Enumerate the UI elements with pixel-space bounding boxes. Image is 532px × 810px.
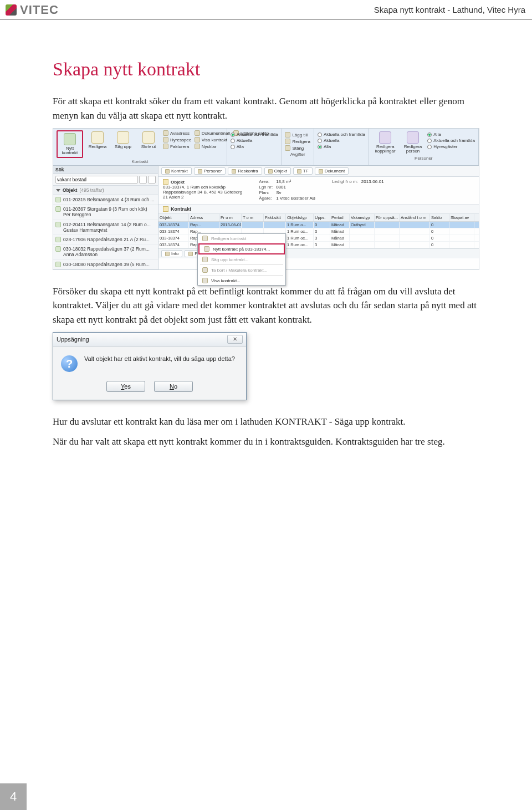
sidebar-objekt-group[interactable]: Objekt (495 träffar) xyxy=(53,185,158,195)
document-title: Skapa nytt kontrakt - Lathund, Vitec Hyr… xyxy=(374,5,525,14)
logo-icon xyxy=(6,4,17,16)
redigera-person-button[interactable]: Redigera person xyxy=(402,130,424,155)
laggtill-button[interactable]: Lägg till xyxy=(285,132,310,137)
logo: VITEC xyxy=(6,3,59,17)
person-icon xyxy=(407,131,419,144)
tab-objekt[interactable]: Objekt xyxy=(264,167,291,175)
plus-icon xyxy=(204,246,209,252)
paragraph-3: Hur du avslutar ett kontrakt kan du läsa… xyxy=(53,415,479,429)
radio-icon xyxy=(318,139,322,143)
context-sagupp[interactable]: Säg upp kontrakt... xyxy=(198,255,285,264)
page-header: VITEC Skapa nytt kontrakt - Lathund, Vit… xyxy=(0,0,532,20)
footer-tab-info[interactable]: Info xyxy=(161,250,182,257)
folder-icon xyxy=(163,179,168,185)
radio-icon xyxy=(318,145,322,149)
tab-kontrakt[interactable]: Kontrakt xyxy=(161,167,192,175)
radio-icon xyxy=(427,145,432,149)
nytt-kontrakt-highlight: Nytt kontrakt xyxy=(57,130,83,158)
hyresspec-button[interactable]: Hyresspec xyxy=(163,137,191,142)
visakontrakt-button[interactable]: Visa kontrakt xyxy=(195,137,230,142)
building-icon xyxy=(55,197,61,202)
filter-aktuella-framtida[interactable]: Aktuella och framtida xyxy=(231,132,278,137)
sidebar-item[interactable]: 030-18032 Rappedalsvägen 37 (2 Rum... An… xyxy=(53,244,158,259)
stang-button[interactable]: Stäng xyxy=(285,145,310,151)
search-icon[interactable] xyxy=(139,176,147,184)
dialog-title-text: Uppsägning xyxy=(57,336,89,343)
context-tabort[interactable]: Ta bort / Makulera kontrakt... xyxy=(198,266,285,274)
app-screenshot-1: Nytt kontrakt Redigera Säg upp Skriv ut xyxy=(53,128,479,270)
paragraph-2: Försöker du skapa ett nytt kontrakt på e… xyxy=(53,284,479,327)
tab-icon xyxy=(232,169,236,174)
radio-icon xyxy=(318,133,322,137)
dialog-message: Valt objekt har ett aktivt kontrakt, vil… xyxy=(84,355,235,362)
redigera-kopplingar-button[interactable]: Redigera kopplingar xyxy=(372,130,398,155)
sidebar: Sök Objekt (495 träffar) 011-20315 Belsm… xyxy=(53,166,158,269)
paragraph-4: När du har valt att skapa ett nytt kontr… xyxy=(53,435,479,449)
avgift-filter-aktuella-framtida[interactable]: Aktuella och framtida xyxy=(318,132,365,137)
dialog: Uppsägning ✕ ? Valt objekt har ett aktiv… xyxy=(53,332,247,400)
tab-icon xyxy=(268,169,273,174)
tab-personer[interactable]: Personer xyxy=(194,167,226,175)
filter-aktuella[interactable]: Aktuella xyxy=(231,138,278,143)
tab-icon xyxy=(165,169,170,174)
redigera-button[interactable]: Redigera xyxy=(86,130,109,150)
person-filter-alla[interactable]: Alla xyxy=(427,132,475,137)
skrivut-button[interactable]: Skriv ut xyxy=(137,130,160,150)
close-icon xyxy=(285,145,290,151)
delete-icon xyxy=(202,267,208,273)
avgift-filter-aktuella[interactable]: Aktuella xyxy=(318,138,365,143)
sidebar-item[interactable]: 012-20411 Belsmansgatan 14 (2 Rum o... G… xyxy=(53,220,158,235)
building-icon xyxy=(55,222,61,227)
dialog-titlebar: Uppsägning ✕ xyxy=(53,333,246,347)
table-row[interactable]: 033-18374Rap...2013-06-011 Rum o...0Måna… xyxy=(158,222,479,228)
ribbon: Nytt kontrakt Redigera Säg upp Skriv ut xyxy=(53,129,479,166)
filter-alla[interactable]: Alla xyxy=(231,144,278,149)
dokumentmall-button[interactable]: Dokumentmall xyxy=(195,130,230,136)
info-icon xyxy=(165,252,170,256)
print-icon xyxy=(142,131,155,144)
tab-dokument[interactable]: Dokument xyxy=(315,167,349,175)
sidebar-item[interactable]: 028-17906 Rappedalsvägen 21 A (2 Ru... xyxy=(53,235,158,244)
context-nytt-kontrakt[interactable]: Nytt kontrakt på 033-18374... xyxy=(198,243,285,254)
radio-icon xyxy=(427,139,432,143)
page-heading: Skapa nytt kontrakt xyxy=(53,59,479,80)
tab-reskontra[interactable]: Reskontra xyxy=(228,167,262,175)
tab-icon xyxy=(297,169,301,174)
redigera-avgift-button[interactable]: Redigera xyxy=(285,139,310,144)
context-visa[interactable]: Visa kontrakt... xyxy=(198,276,285,285)
radio-icon xyxy=(231,133,235,137)
question-icon: ? xyxy=(61,355,78,372)
yes-button[interactable]: Yes xyxy=(106,381,145,392)
sidebar-item[interactable]: 030-18080 Rappedalsvägen 39 (5 Rum... xyxy=(53,260,158,269)
search-input[interactable] xyxy=(55,176,138,184)
sagupp-button[interactable]: Säg upp xyxy=(112,130,134,150)
tab-tf[interactable]: TF xyxy=(293,167,313,175)
no-button[interactable]: No xyxy=(154,381,193,392)
avgift-filter-alla[interactable]: Alla xyxy=(318,144,365,149)
separator xyxy=(200,264,283,265)
fakturera-button[interactable]: Fakturera xyxy=(163,144,191,149)
sidebar-item[interactable]: 011-20367 Storgatan 9 (3 Rum och kök) Pe… xyxy=(53,205,158,220)
radio-icon xyxy=(231,145,235,149)
template-icon xyxy=(195,130,200,136)
aviadress-button[interactable]: Aviadress xyxy=(163,130,191,136)
sidebar-item[interactable]: 011-20315 Belsmansgatan 4 (3 Rum och ... xyxy=(53,195,158,205)
person-filter-hyresgaster[interactable]: Hyresgäster xyxy=(427,144,475,149)
key-icon xyxy=(195,144,200,149)
radio-icon xyxy=(231,139,235,143)
context-redigera[interactable]: Redigera kontrakt xyxy=(198,234,285,243)
app-screenshot-2: Uppsägning ✕ ? Valt objekt har ett aktiv… xyxy=(53,332,247,400)
link-icon xyxy=(379,131,391,144)
building-icon xyxy=(55,262,61,267)
nycklar-button[interactable]: Nycklar xyxy=(195,144,230,149)
plus-icon xyxy=(64,133,76,145)
page-number: 4 xyxy=(0,783,27,810)
nytt-kontrakt-button[interactable]: Nytt kontrakt xyxy=(59,132,81,156)
person-filter-aktuella-framtida[interactable]: Aktuella och framtida xyxy=(427,138,475,143)
close-button[interactable]: ✕ xyxy=(227,335,243,344)
building-icon xyxy=(55,237,61,242)
mail-icon xyxy=(163,130,168,136)
kontrakt-section-header: Kontrakt xyxy=(158,205,479,214)
radio-icon xyxy=(427,133,432,137)
search-options-icon[interactable] xyxy=(148,176,156,184)
